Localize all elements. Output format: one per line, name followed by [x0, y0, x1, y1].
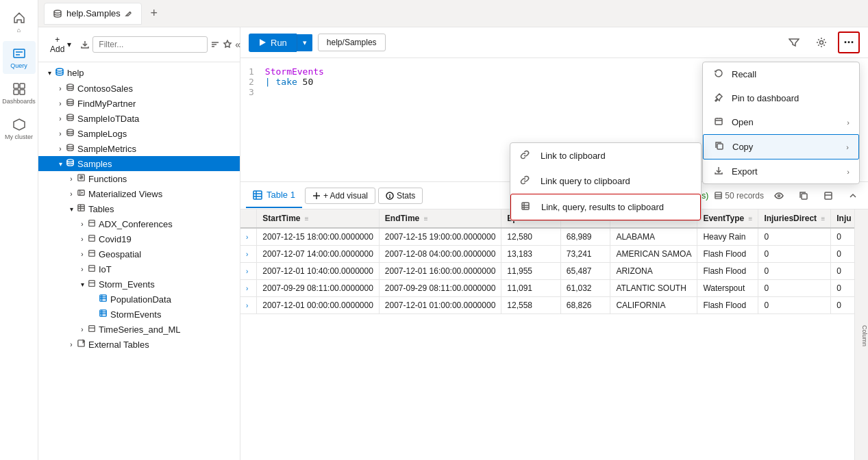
- tree-item-samplemetrics[interactable]: › SampleMetrics: [38, 141, 240, 156]
- cell-eventid-3: 65,487: [560, 263, 610, 280]
- cell-endtime-5: 2007-12-01 01:00:00.0000000: [379, 297, 501, 314]
- tab-edit-icon[interactable]: [125, 10, 133, 18]
- tree-label-stormevents: StormEvents: [110, 309, 161, 320]
- filter-input[interactable]: [92, 36, 208, 53]
- expand-cell-3[interactable]: ›: [240, 263, 257, 280]
- three-dots-button[interactable]: ···: [838, 31, 860, 53]
- row-expand-icon3[interactable]: ›: [246, 268, 248, 275]
- cell-state-5: CALIFORNIA: [610, 297, 697, 314]
- col-header-state[interactable]: State ↑ ≡: [610, 209, 697, 228]
- table-row[interactable]: › 2007-12-01 00:00:00.0000000 2007-12-01…: [240, 297, 854, 314]
- chevron-right-functions: ›: [66, 173, 77, 184]
- sidebar-item-dashboards[interactable]: Dashboards: [3, 77, 36, 110]
- tab-add-button[interactable]: +: [145, 4, 164, 23]
- table-row[interactable]: › 2007-09-29 08:11:00.0000000 2007-09-29…: [240, 280, 854, 297]
- col-state-sort[interactable]: ↑: [641, 215, 645, 222]
- tree-item-iot[interactable]: › IoT: [38, 261, 240, 277]
- star-button[interactable]: [223, 35, 232, 54]
- col-eventid-label: EventId: [567, 214, 596, 223]
- col-header-starttime[interactable]: StartTime ≡: [257, 209, 379, 228]
- svg-rect-6: [20, 90, 25, 94]
- tree-item-stormevents[interactable]: StormEvents: [38, 307, 240, 322]
- col-eventid-filter[interactable]: ≡: [601, 215, 605, 222]
- table-row[interactable]: › 2007-12-15 18:00:00.0000000 2007-12-15…: [240, 228, 854, 246]
- table-icon-geo: [88, 248, 96, 259]
- col-header-eventtype[interactable]: EventType ≡: [697, 209, 758, 228]
- col-state-filter[interactable]: ≡: [649, 215, 653, 222]
- tab-help-samples[interactable]: help.Samples: [44, 3, 142, 25]
- clock-icon: [612, 191, 621, 200]
- add-button[interactable]: + Add ▾: [44, 31, 77, 58]
- cell-eventtype-2: Flash Flood: [697, 246, 758, 263]
- tree-label-adx: ADX_Conferences: [99, 219, 173, 229]
- row-expand-icon[interactable]: ›: [246, 233, 248, 241]
- search-button[interactable]: Search: [588, 186, 607, 205]
- col-episodeid-label: EpisodeId: [507, 214, 546, 223]
- col-starttime-filter[interactable]: ≡: [305, 215, 309, 222]
- col-header-injuriesdirect[interactable]: InjuriesDirect ≡: [758, 209, 831, 228]
- expand-cell-1[interactable]: ›: [240, 228, 257, 246]
- results-tab-table1[interactable]: Table 1: [246, 183, 302, 208]
- tree-item-adx-conferences[interactable]: › ADX_Conferences: [38, 216, 240, 231]
- tree-label-functions: Functions: [88, 174, 127, 184]
- import-button[interactable]: [80, 35, 90, 54]
- col-header-inju[interactable]: Inju ≡: [831, 209, 854, 228]
- sidebar-item-cluster[interactable]: My cluster: [3, 112, 36, 145]
- table-row[interactable]: › 2007-12-07 14:00:00.0000000 2007-12-08…: [240, 246, 854, 263]
- cell-inju-5: 0: [831, 297, 854, 314]
- column-bar[interactable]: Column: [854, 209, 868, 460]
- collapse-results-button[interactable]: [843, 186, 863, 205]
- sort-button[interactable]: [210, 35, 220, 54]
- tree-item-timeseries[interactable]: › TimeSeries_and_ML: [38, 322, 240, 337]
- col-header-eventid[interactable]: EventId ≡: [560, 209, 610, 228]
- expand-cell-2[interactable]: ›: [240, 246, 257, 263]
- col-eventtype-filter[interactable]: ≡: [749, 215, 753, 222]
- expand-cell-5[interactable]: ›: [240, 297, 257, 314]
- tree-label-samplemetrics: SampleMetrics: [77, 144, 136, 154]
- import-icon: [80, 40, 90, 49]
- tree-item-findmypartner[interactable]: › FindMyPartner: [38, 96, 240, 111]
- ext-table-icon: [77, 339, 86, 350]
- col-endtime-filter[interactable]: ≡: [424, 215, 428, 222]
- run-button[interactable]: Run: [249, 34, 297, 52]
- copy-results-button[interactable]: [794, 186, 813, 205]
- chevron-down-storm: ▾: [77, 279, 88, 290]
- tree-item-geospatial[interactable]: › Geospatial: [38, 246, 240, 261]
- results-area: Table 1 + Add visual Stats: [240, 181, 868, 460]
- tree-item-popdata[interactable]: PopulationData: [38, 292, 240, 307]
- eye-button[interactable]: [769, 186, 789, 205]
- stats-button[interactable]: Stats: [378, 188, 423, 204]
- tree-item-samples[interactable]: ▾ Samples: [38, 156, 240, 171]
- row-expand-icon5[interactable]: ›: [246, 302, 248, 309]
- tree-item-help[interactable]: ▾ help: [38, 65, 240, 81]
- expand-cell-4[interactable]: ›: [240, 280, 257, 297]
- chevron-up-icon: [848, 191, 858, 201]
- col-header-endtime[interactable]: EndTime ≡: [379, 209, 501, 228]
- tree-item-external-tables[interactable]: › External Tables: [38, 337, 240, 352]
- col-header-episodeid[interactable]: EpisodeId ≡: [501, 209, 561, 228]
- row-expand-icon4[interactable]: ›: [246, 285, 248, 292]
- sidebar-item-home[interactable]: ⌂: [3, 5, 36, 38]
- row-expand-icon2[interactable]: ›: [246, 251, 248, 258]
- tree-item-functions[interactable]: › Functions: [38, 171, 240, 186]
- sidebar-item-query[interactable]: Query: [3, 41, 36, 74]
- svg-point-15: [67, 114, 73, 117]
- code-editor[interactable]: 1StormEvents 2| take 50 3: [240, 58, 868, 181]
- col-injuriesdirect-filter[interactable]: ≡: [821, 215, 825, 222]
- collapse-button[interactable]: «: [235, 35, 240, 54]
- table-row[interactable]: › 2007-12-01 10:40:00.0000000 2007-12-01…: [240, 263, 854, 280]
- col-episodeid-filter[interactable]: ≡: [551, 215, 555, 222]
- add-visual-button[interactable]: + Add visual: [305, 188, 375, 204]
- tree-item-covid19[interactable]: › Covid19: [38, 231, 240, 246]
- tree-item-sampleiotdata[interactable]: › SampleIoTData: [38, 111, 240, 126]
- run-dropdown-button[interactable]: ▾: [297, 34, 312, 51]
- data-table-container[interactable]: StartTime ≡ EndTime ≡ Episod: [240, 209, 854, 460]
- settings-toolbar-button[interactable]: [810, 31, 832, 53]
- filter-toolbar-button[interactable]: [783, 31, 805, 53]
- tree-item-tables[interactable]: ▾ Tables: [38, 201, 240, 216]
- view-button[interactable]: [819, 186, 838, 205]
- tree-item-contososales[interactable]: › ContosoSales: [38, 81, 240, 96]
- tree-item-materialized-views[interactable]: › Materialized Views: [38, 186, 240, 201]
- tree-item-storm-events[interactable]: ▾ Storm_Events: [38, 277, 240, 292]
- tree-item-samplelogs[interactable]: › SampleLogs: [38, 126, 240, 141]
